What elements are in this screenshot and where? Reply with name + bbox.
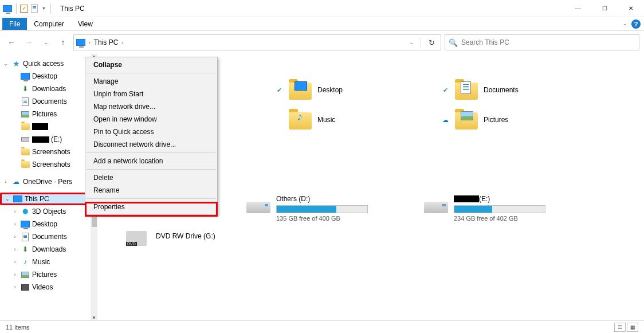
up-button[interactable]: ↑ — [56, 36, 70, 49]
ctx-properties[interactable]: Properties — [85, 201, 217, 213]
ctx-manage[interactable]: Manage — [85, 75, 217, 88]
sidebar-item-documents[interactable]: Documents — [0, 95, 91, 108]
ctx-separator — [87, 152, 216, 153]
close-button[interactable]: ✕ — [618, 0, 644, 17]
maximize-button[interactable]: ☐ — [591, 0, 618, 17]
help-icon[interactable]: ? — [631, 19, 641, 29]
ctx-unpin-start[interactable]: Unpin from Start — [85, 88, 217, 100]
recent-locations-dropdown[interactable]: ⌄ — [39, 36, 53, 49]
sidebar-this-pc[interactable]: ⌄ This PC — [0, 193, 91, 205]
download-icon: ⬇ — [21, 245, 30, 254]
drive-free-text: 234 GB free of 402 GB — [454, 215, 584, 222]
search-input[interactable] — [461, 38, 635, 46]
folder-tile-music[interactable]: ♪ Music — [275, 108, 424, 132]
ctx-open-new-window[interactable]: Open in new window — [85, 113, 217, 126]
ribbon-tab-file[interactable]: File — [2, 18, 27, 30]
search-icon: 🔍 — [449, 38, 458, 47]
drive-free-text: 135 GB free of 400 GB — [276, 215, 407, 222]
properties-qat-icon[interactable]: ✓ — [20, 5, 28, 13]
folder-tile-pictures[interactable]: ☁ Pictures — [441, 108, 590, 132]
sync-ok-icon: ✔ — [441, 87, 449, 94]
sidebar-item-downloads[interactable]: ⬇ Downloads — [0, 83, 91, 95]
capacity-bar — [454, 205, 545, 213]
window-title: This PC — [60, 5, 85, 13]
navigation-toolbar: ← → ⌄ ↑ › This PC › ⌄ ↻ 🔍 — [0, 31, 644, 54]
redacted-label — [32, 136, 49, 143]
sidebar-item-redacted-1[interactable] — [0, 120, 91, 133]
drive-tile-redacted-e[interactable]: (E:) 234 GB free of 402 GB — [424, 195, 584, 222]
sidebar-onedrive[interactable]: ›☁ OneDrive - Pers — [0, 175, 91, 188]
view-toggle[interactable]: ☰ ▦ — [614, 323, 638, 332]
sidebar-item-desktop[interactable]: Desktop — [0, 70, 91, 83]
ribbon-collapse-icon[interactable]: ⌄ — [623, 21, 627, 26]
ctx-disconnect-network[interactable]: Disconnect network drive... — [85, 138, 217, 151]
ctx-map-network-drive[interactable]: Map network drive... — [85, 100, 217, 113]
ribbon-tab-view[interactable]: View — [71, 18, 100, 30]
title-bar: ✓ ▼ This PC — ☐ ✕ — [0, 0, 644, 17]
large-icons-view-icon[interactable]: ▦ — [627, 323, 638, 332]
back-button[interactable]: ← — [5, 36, 18, 49]
folder-tile-desktop[interactable]: ✔ Desktop — [275, 78, 424, 102]
item-count: 11 items — [6, 324, 30, 331]
qat-separator-2 — [50, 3, 51, 14]
new-folder-qat-icon[interactable] — [29, 3, 40, 14]
address-history-dropdown[interactable]: ⌄ — [406, 40, 417, 45]
redacted-label — [454, 195, 479, 202]
ctx-separator — [87, 169, 216, 170]
minimize-button[interactable]: — — [565, 0, 591, 17]
sidebar-item-drive-e[interactable]: (E:) — [0, 133, 91, 146]
sidebar-item-pc-desktop[interactable]: › Desktop — [0, 218, 91, 230]
address-bar[interactable]: › This PC › ⌄ ↻ — [73, 34, 441, 50]
qat-separator — [16, 3, 17, 14]
ribbon-tabs: File Computer View ⌄ ? — [0, 17, 644, 31]
crumb-sep-icon-2[interactable]: › — [121, 40, 123, 45]
sidebar-item-pc-music[interactable]: ›♪ Music — [0, 256, 91, 268]
hdd-icon — [424, 195, 448, 213]
cloud-icon: ☁ — [11, 177, 21, 186]
details-view-icon[interactable]: ☰ — [614, 323, 626, 332]
ribbon-tab-computer[interactable]: Computer — [27, 18, 71, 30]
quick-access-toolbar: ✓ ▼ — [0, 3, 56, 14]
navigation-pane[interactable]: ⌄ ★ Quick access Desktop ⬇ Downloads Doc… — [0, 54, 91, 320]
sidebar-item-pc-pictures[interactable]: › Pictures — [0, 268, 91, 281]
status-bar: 11 items ☰ ▦ — [0, 320, 644, 333]
ctx-separator — [87, 198, 216, 199]
capacity-bar — [276, 205, 368, 213]
search-box[interactable]: 🔍 — [445, 34, 639, 50]
ctx-pin-quick-access[interactable]: Pin to Quick access — [85, 126, 217, 138]
drive-tile-others-d[interactable]: Others (D:) 135 GB free of 400 GB — [246, 195, 407, 222]
folder-tile-documents[interactable]: ✔ Documents — [441, 78, 590, 102]
dvd-icon — [126, 228, 150, 246]
sidebar-item-screenshots-1[interactable]: Screenshots — [0, 146, 91, 158]
sidebar-item-pictures[interactable]: Pictures — [0, 108, 91, 120]
this-pc-icon — [2, 3, 13, 14]
refresh-button[interactable]: ↻ — [425, 38, 438, 47]
ctx-add-network-location[interactable]: Add a network location — [85, 155, 217, 167]
sidebar-quick-access[interactable]: ⌄ ★ Quick access — [0, 57, 91, 70]
ctx-separator — [87, 73, 216, 73]
context-menu: Collapse Manage Unpin from Start Map net… — [85, 57, 218, 215]
ctx-rename[interactable]: Rename — [85, 184, 217, 197]
ctx-delete[interactable]: Delete — [85, 171, 217, 184]
location-icon — [76, 39, 85, 46]
forward-button[interactable]: → — [22, 36, 36, 49]
redacted-label — [32, 123, 48, 130]
sidebar-item-screenshots-2[interactable]: Screenshots — [0, 158, 91, 171]
star-icon: ★ — [11, 59, 21, 68]
sidebar-item-pc-videos[interactable]: › Videos — [0, 281, 91, 293]
sync-ok-icon: ✔ — [275, 87, 283, 94]
cloud-sync-icon: ☁ — [441, 116, 449, 124]
sidebar-item-pc-downloads[interactable]: ›⬇ Downloads — [0, 243, 91, 256]
sidebar-item-pc-documents[interactable]: › Documents — [0, 230, 91, 243]
address-crumb[interactable]: This PC — [94, 38, 119, 46]
sidebar-item-3d-objects[interactable]: ›⬢ 3D Objects — [0, 205, 91, 218]
cube-icon: ⬢ — [21, 207, 30, 216]
qat-customize-dropdown[interactable]: ▼ — [41, 6, 47, 10]
crumb-sep-icon[interactable]: › — [89, 40, 91, 45]
hdd-icon — [246, 195, 270, 213]
ctx-collapse[interactable]: Collapse — [85, 58, 217, 71]
download-icon: ⬇ — [21, 84, 30, 93]
music-icon: ♪ — [21, 257, 30, 267]
drive-tile-dvd-g[interactable]: DVD RW Drive (G:) — [126, 228, 286, 246]
